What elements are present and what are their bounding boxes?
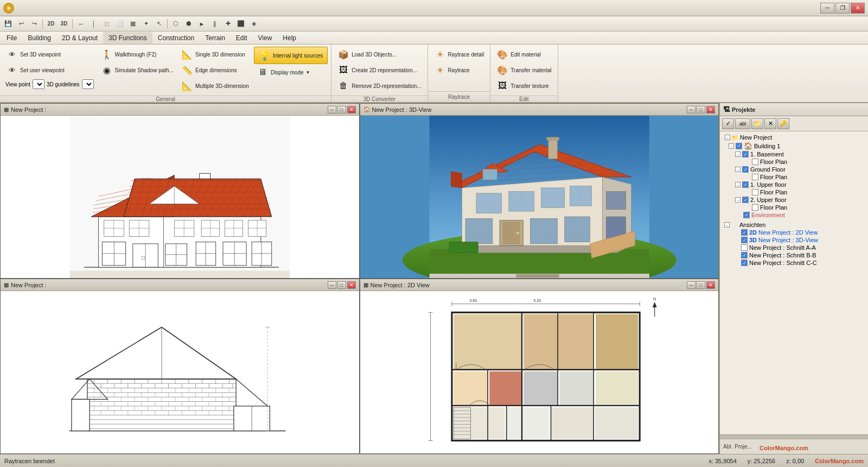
tree-upper2-floorplan[interactable]: Floor Plan	[722, 204, 866, 211]
menu-3d-functions[interactable]: 3D Functions	[103, 32, 152, 44]
3d-button[interactable]: 3D	[58, 18, 70, 30]
restore-button[interactable]: ❐	[835, 3, 850, 14]
internal-light-btn[interactable]: 💡 Internal light sources	[254, 47, 328, 64]
menu-view[interactable]: View	[253, 32, 278, 44]
tree-ansichten[interactable]: - Ansichten	[722, 221, 866, 229]
close-button[interactable]: ✕	[851, 3, 865, 14]
panel-br-controls[interactable]: ─ □ ✕	[687, 281, 715, 289]
rect-button[interactable]: □	[101, 18, 113, 30]
panel-bl-min[interactable]: ─	[328, 281, 336, 289]
line-h-button[interactable]: ─	[75, 18, 87, 30]
transfer-texture-btn[interactable]: 🖼 Transfer texture	[494, 78, 554, 93]
upper2-check[interactable]: ✓	[742, 197, 749, 203]
tree-2d-view[interactable]: ✓ 2D New Project : 2D View	[722, 229, 866, 236]
edge-dim-btn[interactable]: 📏 Edge dimensions	[178, 62, 252, 78]
menu-help[interactable]: Help	[277, 32, 302, 44]
redo-button[interactable]: ↪	[28, 18, 40, 30]
tree-schnitt-bb[interactable]: ✓ New Project : Schnitt B-B	[722, 251, 866, 259]
tree-upper2[interactable]: - ✓ 2. Upper floor	[722, 196, 866, 204]
panel-bl-controls[interactable]: ─ □ ✕	[328, 281, 356, 289]
schnitt-bb-check[interactable]: ✓	[741, 252, 748, 258]
create-2d-rep-btn[interactable]: 🖼 Create 2D representation...	[335, 62, 424, 78]
panel-tr-max[interactable]: □	[697, 106, 705, 113]
load-3d-objects-btn[interactable]: 📦 Load 3D Objects...	[335, 47, 424, 62]
env-check[interactable]: ✓	[743, 212, 750, 218]
tree-upper1[interactable]: - ✓ 1. Upper floor	[722, 181, 866, 188]
right-panel-resize[interactable]	[720, 434, 868, 439]
tree-ground-floorplan[interactable]: Floor Plan	[722, 173, 866, 181]
viewpoint-dropdown[interactable]	[33, 79, 44, 89]
panel-bl-close[interactable]: ✕	[347, 281, 356, 289]
rp-lock-btn[interactable]: 🔑	[777, 118, 789, 129]
edit-material-btn[interactable]: 🎨 Edit material	[494, 47, 554, 62]
basement-fp-check[interactable]	[752, 159, 758, 165]
rp-abl-btn[interactable]: abl	[735, 118, 750, 129]
walkthrough-btn[interactable]: 🚶 Walkthrough (F2)	[98, 47, 176, 62]
single-3d-dim-btn[interactable]: 📐 Single 3D dimension	[178, 47, 252, 62]
tree-schnitt-aa[interactable]: New Project : Schnitt A-A	[722, 244, 866, 251]
hex-button[interactable]: ⬡	[170, 18, 182, 30]
basement-check[interactable]: ✓	[742, 151, 749, 157]
upper1-fp-check[interactable]	[752, 189, 758, 195]
schnitt-cc-check[interactable]: ✓	[741, 260, 748, 266]
tree-basement[interactable]: - ✓ 1. Basement	[722, 150, 866, 158]
menu-building[interactable]: Building	[22, 32, 56, 44]
menu-construction[interactable]: Construction	[152, 32, 200, 44]
rp-folder-btn[interactable]: 📁	[751, 118, 763, 129]
display-mode-btn[interactable]: 🖥 Display mode ▼	[254, 65, 328, 80]
fill-rect-button[interactable]: ⬜	[114, 18, 126, 30]
tree-environment[interactable]: ✓ Environment	[722, 211, 866, 219]
tree-basement-floorplan[interactable]: Floor Plan	[722, 158, 866, 166]
set-3d-viewpoint-btn[interactable]: 👁 Set 3D viewpoint	[3, 47, 96, 62]
expand-basement[interactable]: -	[735, 152, 741, 157]
tree-3d-view[interactable]: ✓ 3D New Project : 3D-View	[722, 236, 866, 244]
menu-terrain[interactable]: Terrain	[200, 32, 231, 44]
title-bar-controls[interactable]: ─ ❐ ✕	[820, 3, 865, 14]
menu-file[interactable]: File	[1, 32, 22, 44]
building1-check[interactable]: ✓	[736, 143, 742, 149]
play-button[interactable]: ►	[196, 18, 208, 30]
multi-3d-dim-btn[interactable]: 📐 Multiple 3D-dimension	[178, 78, 252, 93]
panel-tr-controls[interactable]: ─ □ ✕	[687, 106, 715, 113]
panel-tr-close[interactable]: ✕	[706, 106, 715, 113]
save-button[interactable]: 💾	[2, 18, 14, 30]
tree-new-project[interactable]: - 📁 New Project	[722, 134, 866, 141]
expand-new-project[interactable]: -	[725, 135, 730, 140]
panel-tl-max[interactable]: □	[337, 106, 346, 113]
tree-schnitt-cc[interactable]: ✓ New Project : Schnitt C-C	[722, 259, 866, 267]
panel-br-min[interactable]: ─	[687, 281, 695, 289]
plus-button[interactable]: ✚	[222, 18, 234, 30]
star-button[interactable]: ✦	[140, 18, 152, 30]
arrow-button[interactable]: ↖	[153, 18, 165, 30]
panel-tl-controls[interactable]: ─ □ ✕	[328, 106, 356, 113]
upper2-fp-check[interactable]	[752, 204, 758, 211]
panel-tl-close[interactable]: ✕	[347, 106, 356, 113]
undo-button[interactable]: ↩	[15, 18, 27, 30]
tree-upper1-floorplan[interactable]: Floor Plan	[722, 188, 866, 196]
tree-ground-floor[interactable]: - ✓ Ground Floor	[722, 166, 866, 173]
expand-ansichten[interactable]: -	[724, 222, 730, 228]
panel-tr-min[interactable]: ─	[687, 106, 695, 113]
menu-edit[interactable]: Edit	[231, 32, 253, 44]
expand-ground[interactable]: -	[735, 167, 741, 172]
black-sq-button[interactable]: ⬛	[235, 18, 247, 30]
expand-building1[interactable]: -	[729, 143, 734, 149]
panel-tl-min[interactable]: ─	[328, 106, 336, 113]
expand-upper2[interactable]: -	[735, 197, 741, 203]
raytrace-detail-btn[interactable]: ☀ Raytrace detail	[431, 47, 487, 62]
set-user-viewpoint-btn[interactable]: 👁 Set user viewpoint	[3, 62, 96, 78]
panel-br-max[interactable]: □	[697, 281, 705, 289]
schnitt-aa-check[interactable]	[741, 244, 748, 251]
diamond-button[interactable]: ◈	[248, 18, 260, 30]
panel-br-close[interactable]: ✕	[706, 281, 715, 289]
3dview-check[interactable]: ✓	[741, 237, 748, 243]
2d-button[interactable]: 2D	[45, 18, 57, 30]
raytrace-btn[interactable]: ☀ Raytrace	[431, 62, 487, 78]
grid-button[interactable]: ▦	[127, 18, 139, 30]
transfer-material-btn[interactable]: 🎨 Transfer material	[494, 62, 554, 78]
guidelines-dropdown[interactable]	[82, 79, 94, 89]
menu-2d-layout[interactable]: 2D & Layout	[56, 32, 103, 44]
minimize-button[interactable]: ─	[820, 3, 834, 14]
ground-fp-check[interactable]	[752, 174, 758, 180]
rp-delete-btn[interactable]: ✕	[764, 118, 776, 129]
